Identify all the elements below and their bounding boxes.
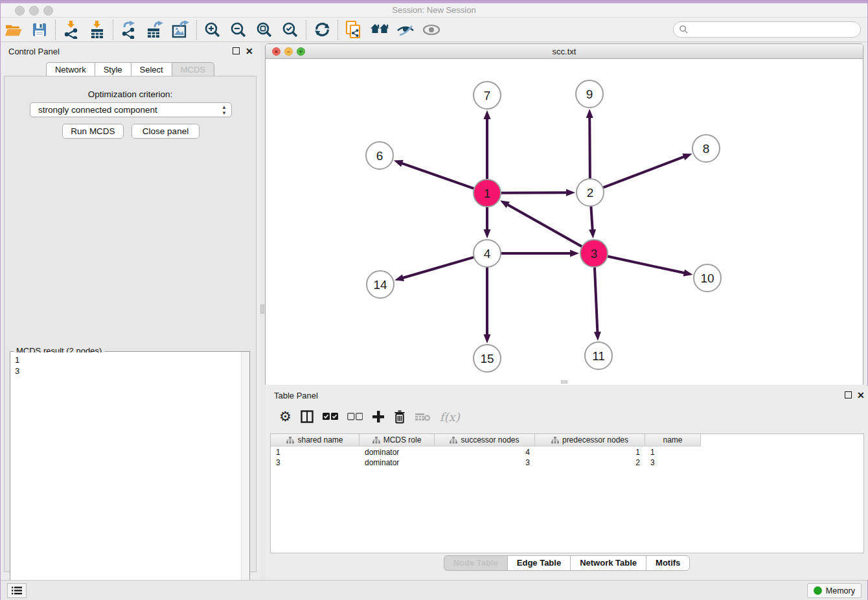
delete-table-icon xyxy=(415,412,431,422)
refresh-icon[interactable] xyxy=(309,19,335,40)
graph-edge-arrowhead xyxy=(683,270,693,277)
graph-edge[interactable] xyxy=(595,267,598,333)
tab-edge-table[interactable]: Edge Table xyxy=(507,555,570,571)
main-toolbar xyxy=(1,17,867,42)
table-cell: 4 xyxy=(435,447,535,457)
column-header-shared-name[interactable]: shared name xyxy=(271,434,360,446)
table-toolbar: ⚙ f(x) xyxy=(270,403,864,430)
import-table-icon[interactable] xyxy=(84,19,110,40)
graph-edge-arrowhead xyxy=(594,332,601,341)
graph-edge-arrowhead xyxy=(589,229,596,238)
delete-row-icon[interactable] xyxy=(394,410,405,424)
table-cell: 3 xyxy=(645,457,701,468)
table-cell: dominator xyxy=(360,447,435,457)
cybrowser-home-icon[interactable] xyxy=(367,19,393,40)
graph-edge-arrowhead xyxy=(570,250,579,257)
close-panel-button[interactable]: Close panel xyxy=(131,124,200,139)
zoom-out-icon[interactable] xyxy=(225,19,251,40)
zoom-fit-icon[interactable] xyxy=(251,19,277,40)
result-scrollbar[interactable] xyxy=(241,352,249,598)
zoom-selected-icon[interactable] xyxy=(277,19,303,40)
select-all-checkboxes-icon[interactable] xyxy=(323,413,338,421)
close-panel-icon[interactable]: ✕ xyxy=(246,47,253,55)
graph-edge[interactable] xyxy=(591,206,592,231)
float-panel-icon[interactable] xyxy=(233,47,240,56)
deselect-all-checkboxes-icon[interactable] xyxy=(347,413,363,421)
task-history-button[interactable] xyxy=(7,583,27,598)
run-mcds-button[interactable]: Run MCDS xyxy=(62,124,124,139)
table-panel: Table Panel ✕ ⚙ f(x) xyxy=(265,386,868,580)
toolbar-separator xyxy=(55,20,56,40)
network-canvas[interactable]: 7968124314101511 xyxy=(266,59,863,385)
table-cell: 3 xyxy=(435,457,535,468)
canvas-grip[interactable] xyxy=(561,380,567,384)
memory-label: Memory xyxy=(826,586,855,595)
duplicate-network-icon[interactable] xyxy=(341,19,367,40)
tree-icon xyxy=(551,437,559,444)
tab-node-table[interactable]: Node Table xyxy=(444,555,507,571)
column-header-name[interactable]: name xyxy=(645,434,701,446)
tab-network-table[interactable]: Network Table xyxy=(570,555,646,571)
table-header-row: shared nameMCDS rolesuccessor nodesprede… xyxy=(271,434,701,446)
memory-button[interactable]: Memory xyxy=(807,583,862,598)
save-session-icon[interactable] xyxy=(27,19,52,40)
graph-edge-arrowhead xyxy=(484,110,491,119)
table-tabs: Node Table Edge Table Network Table Moti… xyxy=(265,555,868,571)
export-network-icon[interactable] xyxy=(116,19,142,40)
search-input[interactable] xyxy=(689,25,860,34)
export-table-icon[interactable] xyxy=(142,19,168,40)
toolbar-separator xyxy=(113,20,113,40)
gear-icon[interactable]: ⚙ xyxy=(279,410,291,423)
graph-edge[interactable] xyxy=(507,204,582,247)
toolbar-separator xyxy=(196,20,197,40)
mcds-result-list[interactable]: 13 xyxy=(11,352,240,597)
criterion-select[interactable]: strongly connected component ▲▼ xyxy=(30,102,232,117)
graph-edge[interactable] xyxy=(608,256,685,273)
graph-edge[interactable] xyxy=(589,117,590,179)
table-cell: 1 xyxy=(535,447,645,457)
search-icon xyxy=(679,25,689,34)
open-session-icon[interactable] xyxy=(1,19,27,40)
add-row-icon[interactable] xyxy=(372,410,385,423)
graph-edge-arrowhead xyxy=(586,109,593,118)
mcds-panel: Optimization criterion: strongly connect… xyxy=(4,76,257,572)
zoom-in-icon[interactable] xyxy=(200,19,225,40)
graph-node-label: 6 xyxy=(376,149,383,163)
table-row[interactable]: 3dominator323 xyxy=(271,457,863,468)
columns-icon[interactable] xyxy=(301,410,314,423)
hide-selected-icon[interactable] xyxy=(393,19,418,40)
graph-edge[interactable] xyxy=(401,163,474,189)
window-titlebar: Session: New Session xyxy=(1,3,867,17)
status-bar: Memory xyxy=(1,580,867,600)
table-cell: 3 xyxy=(271,457,360,468)
graph-edge-arrowhead xyxy=(500,200,510,208)
export-image-icon[interactable] xyxy=(168,19,194,40)
search-field[interactable] xyxy=(673,21,861,38)
network-graph[interactable]: 7968124314101511 xyxy=(266,59,863,385)
table-float-icon[interactable] xyxy=(845,391,852,400)
window-title: Session: New Session xyxy=(1,5,867,15)
tab-motifs[interactable]: Motifs xyxy=(646,555,690,571)
show-all-icon[interactable] xyxy=(418,19,444,40)
graph-edge-arrowhead xyxy=(682,154,692,160)
table-row[interactable]: 1dominator411 xyxy=(271,447,863,457)
column-header-MCDS-role[interactable]: MCDS role xyxy=(360,434,435,446)
column-header-successor-nodes[interactable]: successor nodes xyxy=(435,434,535,446)
select-chevrons-icon: ▲▼ xyxy=(222,104,227,116)
splitter-grip[interactable] xyxy=(260,305,264,314)
mcds-result-box: MCDS result (2 nodes) 13 xyxy=(10,351,250,599)
panel-splitter[interactable] xyxy=(260,42,265,580)
toolbar-separator xyxy=(337,20,338,40)
import-network-icon[interactable] xyxy=(58,19,84,40)
network-window-titlebar[interactable]: × − + scc.txt xyxy=(266,44,863,59)
function-builder-icon: f(x) xyxy=(440,410,460,424)
table-close-icon[interactable]: ✕ xyxy=(857,391,865,399)
node-table: shared nameMCDS rolesuccessor nodesprede… xyxy=(270,433,864,553)
graph-edge[interactable] xyxy=(402,257,474,278)
graph-node-label: 14 xyxy=(373,278,387,292)
network-window-title: scc.txt xyxy=(266,47,863,56)
graph-edge[interactable] xyxy=(501,192,567,193)
graph-edge[interactable] xyxy=(603,156,685,187)
graph-node-label: 4 xyxy=(484,247,491,260)
column-header-predecessor-nodes[interactable]: predecessor nodes xyxy=(535,434,645,446)
